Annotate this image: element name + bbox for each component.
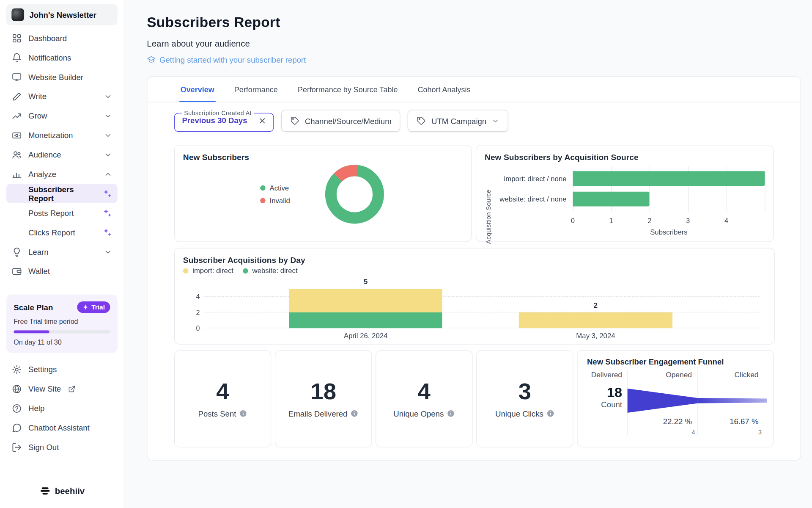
lightbulb-icon — [11, 246, 22, 257]
sidebar-item-label: Wallet — [28, 267, 50, 276]
hbar-plot — [573, 168, 765, 210]
tab-overview[interactable]: Overview — [179, 77, 215, 102]
info-icon[interactable] — [351, 409, 359, 417]
funnel-stage-opened: Opened — [628, 370, 697, 381]
stacked-bar-plot: 4 2 0 5 2 April 26, 2024 May 3, 2024 — [204, 286, 759, 328]
getting-started-link[interactable]: Getting started with your subscriber rep… — [147, 55, 801, 64]
tab-performance-by-source[interactable]: Performance by Source Table — [296, 77, 399, 102]
tab-performance[interactable]: Performance — [233, 77, 279, 102]
external-link-icon — [69, 385, 76, 392]
sidebar-item-label: Learn — [28, 247, 49, 256]
chevron-down-icon — [104, 92, 112, 101]
sidebar-item-label: Grow — [28, 111, 47, 120]
plan-day-status: On day 11 of 30 — [14, 338, 110, 346]
sidebar-item-learn[interactable]: Learn — [6, 242, 118, 262]
utm-campaign-filter[interactable]: UTM Campaign — [408, 110, 508, 132]
stat-label: Unique Opens — [393, 409, 444, 418]
sidebar-item-website-builder[interactable]: Website Builder — [6, 67, 118, 87]
sidebar-item-audience[interactable]: Audience — [6, 145, 118, 164]
sidebar-item-clicks-report[interactable]: Clicks Report — [6, 223, 118, 242]
legend-dot-import — [183, 268, 188, 273]
bar-total-label: 2 — [519, 301, 672, 309]
app-window: John's Newsletter Dashboard Notification… — [0, 0, 812, 508]
sparkles-icon — [102, 188, 112, 199]
close-icon[interactable] — [259, 117, 266, 124]
page-title: Subscribers Report — [147, 15, 801, 31]
main-content: Subscribers Report Learn about your audi… — [124, 0, 812, 508]
chart-title: New Subscribers — [183, 153, 463, 162]
sidebar-item-chatbot-assistant[interactable]: Chatbot Assistant — [6, 418, 118, 437]
sidebar-item-wallet[interactable]: Wallet — [6, 262, 118, 281]
workspace-switcher[interactable]: John's Newsletter — [6, 4, 118, 25]
legend-label: import: direct — [192, 267, 233, 275]
sidebar-item-label: Posts Report — [28, 208, 74, 217]
wallet-icon — [11, 266, 22, 276]
chevron-down-icon — [104, 248, 112, 256]
sidebar-item-view-site[interactable]: View Site — [6, 379, 118, 398]
chat-bubble-icon — [11, 422, 22, 433]
report-panel: Overview Performance Performance by Sour… — [147, 76, 801, 461]
banknote-icon — [11, 130, 22, 141]
pencil-icon — [11, 91, 22, 102]
date-range-filter[interactable]: Subscription Created At Previous 30 Days — [174, 110, 274, 132]
info-icon[interactable] — [546, 409, 554, 417]
sidebar-item-monetization[interactable]: Monetization — [6, 125, 118, 145]
bar-website — [573, 192, 650, 207]
filter-bar: Subscription Created At Previous 30 Days… — [174, 110, 774, 132]
sidebar-item-analyze[interactable]: Analyze — [6, 164, 118, 184]
gear-icon — [11, 364, 22, 375]
sidebar-item-subscribers-report[interactable]: Subscribers Report — [6, 184, 118, 203]
legend-dot-active — [260, 185, 265, 190]
chart-title: New Subscriber Engagement Funnel — [587, 357, 764, 366]
sidebar-item-notifications[interactable]: Notifications — [6, 48, 118, 67]
monitor-icon — [11, 72, 22, 82]
trial-badge-label: Trial — [91, 304, 105, 311]
sidebar-item-settings[interactable]: Settings — [6, 360, 118, 379]
funnel-shape — [627, 386, 767, 415]
acquisition-source-chart-card: New Subscribers by Acquisition Source Ac… — [476, 145, 774, 242]
workspace-avatar — [11, 8, 24, 21]
trial-badge[interactable]: Trial — [77, 301, 110, 313]
plan-name: Scale Plan — [14, 303, 53, 312]
sidebar-item-write[interactable]: Write — [6, 87, 118, 106]
sidebar-item-posts-report[interactable]: Posts Report — [6, 203, 118, 223]
sidebar-item-help[interactable]: Help — [6, 398, 118, 418]
legend-dot-invalid — [260, 198, 265, 203]
funnel-stage-clicked: Clicked — [698, 370, 764, 381]
info-icon[interactable] — [239, 409, 247, 417]
stat-label: Unique Clicks — [495, 409, 543, 418]
scale-plan-card[interactable]: Scale Plan Trial Free Trial time period … — [6, 295, 118, 353]
stat-label: Emails Delivered — [288, 409, 348, 418]
trial-progress-fill — [14, 330, 49, 333]
info-icon[interactable] — [447, 409, 455, 417]
sparkles-icon — [102, 208, 112, 218]
funnel-count-value: 18 — [607, 385, 622, 400]
chart-title: New Subscribers by Acquisition Source — [485, 153, 765, 162]
tag-icon — [417, 116, 426, 125]
sidebar-item-sign-out[interactable]: Sign Out — [6, 437, 118, 457]
category-labels: import: direct / none website: direct / … — [494, 168, 571, 244]
sidebar-item-label: Write — [28, 92, 47, 101]
funnel-seg-clicked — [697, 398, 767, 403]
category-label: website: direct / none — [494, 192, 571, 207]
x-category-label: April 26, 2024 — [289, 332, 442, 340]
legend-label: Invalid — [269, 196, 290, 204]
stat-value: 4 — [418, 380, 431, 403]
new-subscribers-chart-card: New Subscribers Active Invalid — [174, 145, 472, 242]
bell-icon — [11, 52, 22, 63]
tab-cohort-analysis[interactable]: Cohort Analysis — [417, 77, 472, 102]
stacked-bar-may3: 2 — [519, 312, 672, 328]
tag-icon — [290, 116, 299, 125]
legend-label: Active — [269, 184, 289, 192]
channel-source-medium-filter[interactable]: Channel/Source/Medium — [281, 110, 401, 132]
sidebar-item-grow[interactable]: Grow — [6, 106, 118, 126]
sidebar-item-label: Audience — [28, 150, 61, 159]
funnel-stage-delivered: Delivered — [587, 370, 628, 381]
utm-filter-label: UTM Campaign — [431, 116, 486, 125]
chevron-down-icon — [104, 150, 112, 159]
globe-icon — [11, 384, 22, 394]
acquisitions-by-day-chart-card: Subscriber Acquisitions by Day import: d… — [174, 248, 775, 344]
dashboard-icon — [11, 33, 22, 44]
sidebar-item-label: Website Builder — [28, 72, 83, 81]
sidebar-item-dashboard[interactable]: Dashboard — [6, 28, 118, 48]
